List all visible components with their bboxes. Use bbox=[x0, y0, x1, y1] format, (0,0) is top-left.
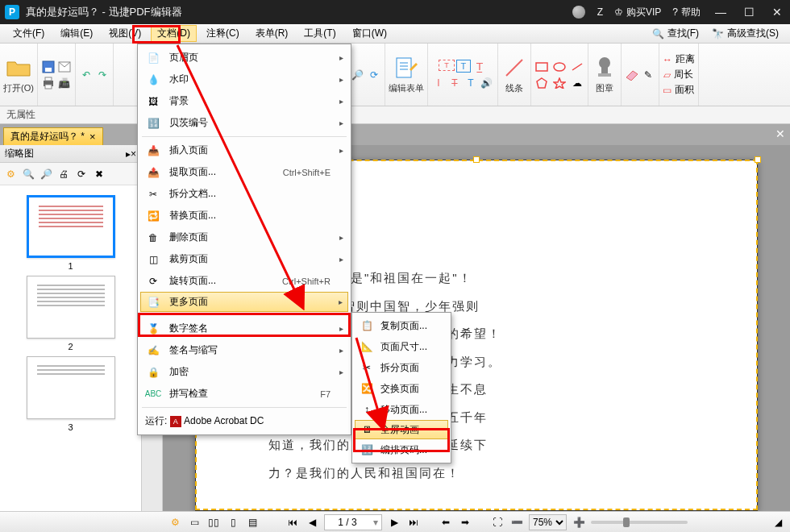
find-button[interactable]: 🔍 查找(F) bbox=[647, 27, 704, 40]
menu-comment[interactable]: 注释(C) bbox=[200, 25, 246, 42]
menu-file[interactable]: 文件(F) bbox=[6, 25, 51, 42]
menu-encrypt[interactable]: 🔒加密▸ bbox=[140, 361, 348, 383]
last-page-icon[interactable]: ⏭ bbox=[406, 515, 421, 530]
menu-crop-pages[interactable]: ◫裁剪页面▸ bbox=[140, 248, 348, 270]
next-page-icon[interactable]: ▶ bbox=[387, 515, 401, 530]
ellipse-shape-icon[interactable] bbox=[552, 60, 567, 74]
nav-back-icon[interactable]: ⬅ bbox=[439, 515, 453, 530]
minimize-button[interactable]: — bbox=[712, 6, 730, 19]
menu-tools[interactable]: 工具(T) bbox=[297, 25, 342, 42]
zoom-select[interactable]: 75% bbox=[529, 514, 567, 530]
strike-icon[interactable]: T bbox=[447, 76, 462, 90]
nav-fwd-icon[interactable]: ➡ bbox=[458, 515, 472, 530]
menu-delete-pages[interactable]: 🗑删除页面▸ bbox=[140, 227, 348, 248]
submenu-split-page[interactable]: ✂拆分页面 bbox=[355, 357, 448, 378]
close-button[interactable]: ✕ bbox=[769, 6, 785, 19]
menu-background[interactable]: 🖼背景▸ bbox=[140, 90, 348, 112]
undo-icon[interactable]: ↶ bbox=[79, 68, 94, 82]
buy-vip-button[interactable]: ♔ 购买VIP bbox=[614, 6, 661, 19]
menu-view[interactable]: 视图(V) bbox=[102, 25, 148, 42]
open-button[interactable]: 打开(O) bbox=[3, 55, 34, 94]
star-shape-icon[interactable] bbox=[552, 76, 567, 90]
page-number-field[interactable]: ▾ bbox=[324, 514, 382, 530]
redo-icon[interactable]: ↷ bbox=[95, 68, 110, 82]
zoom-out-status-icon[interactable]: ➖ bbox=[509, 515, 524, 530]
thumbnail-page-2[interactable]: 2 bbox=[23, 276, 119, 351]
menu-more-pages[interactable]: 📑更多页面▸ bbox=[140, 292, 348, 312]
globe-icon[interactable] bbox=[572, 5, 586, 19]
menu-spellcheck[interactable]: ABC拼写检查F7 bbox=[140, 383, 348, 405]
mail-icon[interactable] bbox=[57, 60, 72, 74]
page-input[interactable] bbox=[325, 517, 370, 528]
thumbnail-page-3[interactable]: 3 bbox=[23, 356, 119, 432]
highlight-icon[interactable]: T̲ bbox=[472, 60, 487, 74]
document-tab[interactable]: 真的是好运吗？ * × bbox=[3, 127, 103, 145]
pencil-icon[interactable]: ✎ bbox=[641, 68, 655, 82]
maximize-button[interactable]: ☐ bbox=[741, 6, 758, 19]
page-dropdown-icon[interactable]: ▾ bbox=[370, 517, 381, 528]
save-icon[interactable] bbox=[41, 60, 56, 74]
menu-split-doc[interactable]: ✂拆分文档... bbox=[140, 183, 348, 205]
submenu-move-pages[interactable]: ↕移动页面... bbox=[355, 399, 448, 420]
eraser-icon[interactable] bbox=[625, 68, 639, 82]
user-label[interactable]: Z bbox=[597, 6, 603, 18]
zoom-out-icon[interactable]: 🔎 bbox=[351, 68, 365, 82]
submenu-swap-pages[interactable]: 🔀交换页面 bbox=[355, 378, 448, 399]
scan-icon[interactable]: 📠 bbox=[57, 76, 72, 90]
help-button[interactable]: ? 帮助 bbox=[672, 6, 701, 19]
thumb-zoomin-icon[interactable]: 🔍 bbox=[21, 167, 35, 181]
menu-window[interactable]: 窗口(W) bbox=[346, 25, 393, 42]
first-page-icon[interactable]: ⏮ bbox=[285, 515, 300, 530]
menu-extract-pages[interactable]: 📤提取页面...Ctrl+Shift+E bbox=[140, 161, 348, 183]
refresh-icon[interactable]: ⟳ bbox=[367, 68, 381, 82]
text-annot-icon[interactable]: T bbox=[456, 60, 471, 73]
menu-run-acrobat[interactable]: 运行: A Adobe Acrobat DC bbox=[140, 410, 348, 432]
submenu-renumber[interactable]: 🔢编排页码... bbox=[355, 439, 448, 460]
thumb-options-icon[interactable]: ⚙ bbox=[3, 167, 18, 181]
submenu-fullscreen-anim[interactable]: 🖥全屏动画 bbox=[355, 420, 448, 439]
menu-edit[interactable]: 编辑(E) bbox=[54, 25, 99, 42]
zoom-in-status-icon[interactable]: ➕ bbox=[572, 515, 586, 530]
advanced-find-button[interactable]: 🔭 高级查找(S) bbox=[707, 27, 784, 40]
thumb-rotate-icon[interactable]: ⟳ bbox=[74, 167, 89, 181]
thumbnail-page-1[interactable]: 1 bbox=[23, 195, 119, 271]
prev-page-icon[interactable]: ◀ bbox=[305, 515, 319, 530]
panel-close-icon[interactable]: ▸× bbox=[126, 148, 136, 160]
submenu-copy-pages[interactable]: 📋复制页面... bbox=[355, 315, 448, 336]
menu-replace-pages[interactable]: 🔁替换页面... bbox=[140, 205, 348, 227]
status-corner-icon[interactable]: ◢ bbox=[771, 515, 785, 530]
menu-insert-pages[interactable]: 📥插入页面▸ bbox=[140, 139, 348, 161]
rect-shape-icon[interactable] bbox=[534, 60, 549, 74]
status-options-icon[interactable]: ⚙ bbox=[168, 515, 182, 530]
line-shape-icon[interactable] bbox=[570, 60, 584, 74]
menu-header-footer[interactable]: 📄页眉页▸ bbox=[140, 47, 348, 69]
fit-page-icon[interactable]: ⛶ bbox=[490, 515, 505, 530]
menu-sign-initials[interactable]: ✍签名与缩写▸ bbox=[140, 339, 348, 361]
menu-digital-signature[interactable]: 🏅数字签名▸ bbox=[140, 318, 348, 339]
thumb-print-icon[interactable]: 🖨 bbox=[56, 167, 71, 181]
tabbar-close-icon[interactable]: ✕ bbox=[775, 127, 785, 140]
menu-form[interactable]: 表单(R) bbox=[249, 25, 295, 42]
status-layout3-icon[interactable]: ▯ bbox=[226, 515, 240, 530]
status-layout2-icon[interactable]: ▯▯ bbox=[206, 515, 221, 530]
distance-button[interactable]: ↔ 距离 bbox=[663, 52, 695, 66]
menu-watermark[interactable]: 💧水印▸ bbox=[140, 69, 348, 90]
polygon-shape-icon[interactable] bbox=[534, 76, 549, 90]
wavy-icon[interactable]: T bbox=[464, 76, 478, 90]
edit-form-button[interactable]: 编辑表单 bbox=[389, 55, 424, 94]
submenu-page-size[interactable]: 📐页面尺寸... bbox=[355, 336, 448, 357]
sound-icon[interactable]: 🔊 bbox=[480, 76, 494, 90]
text-box-icon[interactable]: T bbox=[439, 60, 455, 71]
underline-icon[interactable]: I bbox=[431, 76, 446, 90]
status-layout1-icon[interactable]: ▭ bbox=[187, 515, 202, 530]
tab-close-icon[interactable]: × bbox=[89, 131, 96, 143]
status-layout4-icon[interactable]: ▤ bbox=[245, 515, 260, 530]
cloud-shape-icon[interactable]: ☁ bbox=[570, 76, 584, 90]
menu-document[interactable]: 文档(D) bbox=[151, 25, 197, 42]
stamp-button[interactable]: 图章 bbox=[592, 55, 617, 94]
area-button[interactable]: ▭ 面积 bbox=[663, 83, 694, 97]
thumb-zoomout-icon[interactable]: 🔎 bbox=[39, 167, 53, 181]
print-icon[interactable] bbox=[41, 76, 56, 90]
menu-bates[interactable]: 🔢贝茨编号▸ bbox=[140, 112, 348, 134]
menu-rotate-pages[interactable]: ⟳旋转页面...Ctrl+Shift+R bbox=[140, 270, 348, 292]
